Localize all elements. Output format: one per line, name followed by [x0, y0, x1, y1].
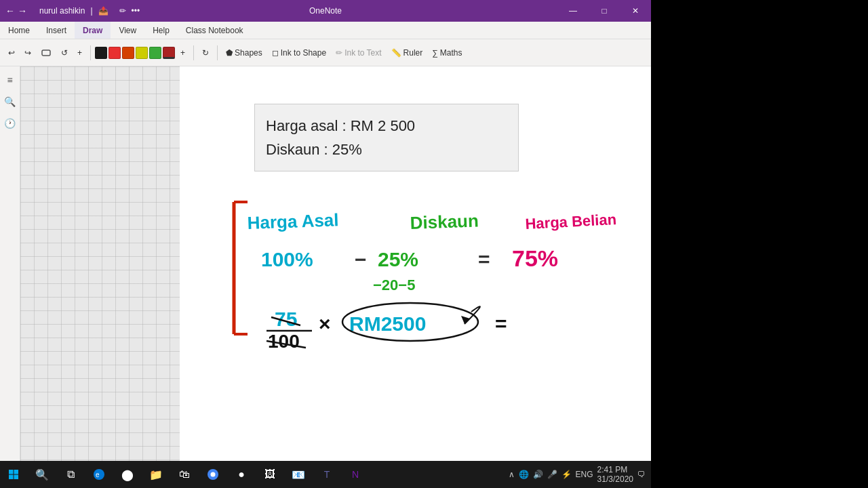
left-panel: [20, 66, 180, 461]
lang-label: ENG: [576, 470, 593, 479]
search-taskbar[interactable]: 🔍: [28, 461, 56, 488]
svg-text:=: =: [495, 312, 507, 335]
color-red[interactable]: [108, 47, 121, 59]
color-orange[interactable]: [122, 47, 134, 59]
svg-text:Harga Belian: Harga Belian: [525, 211, 617, 232]
svg-text:100: 100: [268, 331, 300, 352]
more-options-icon[interactable]: •••: [132, 6, 140, 16]
undo-button[interactable]: ↩: [4, 43, 19, 62]
cortana-icon[interactable]: ⬤: [114, 461, 141, 488]
maths-button[interactable]: ∑ Maths: [428, 43, 466, 62]
network-icon[interactable]: 🌐: [519, 470, 529, 479]
ink-to-text-label: Ink to Text: [344, 48, 381, 58]
menu-home[interactable]: Home: [0, 22, 38, 39]
shapes-button[interactable]: ⬟ Shapes: [222, 43, 267, 62]
battery-icon[interactable]: ⚡: [561, 470, 572, 479]
add-pen-button[interactable]: +: [176, 43, 189, 62]
system-tray: ∧ 🌐 🔊 🎤 ⚡ ENG 2:41 PM 31/3/2020 🗨: [509, 465, 651, 484]
svg-text:100%: 100%: [261, 248, 313, 270]
color-group: [95, 47, 175, 59]
sidebar: ≡ 🔍 🕐: [0, 66, 20, 461]
menu-class-notebook[interactable]: Class Notebook: [178, 22, 252, 39]
menu-view[interactable]: View: [111, 22, 144, 39]
svg-rect-24: [9, 470, 14, 474]
add-button[interactable]: +: [73, 43, 86, 62]
ruler-label: Ruler: [403, 48, 423, 58]
task-view-button[interactable]: ⧉: [57, 461, 84, 488]
note-line2: Diskaun : 25%: [266, 138, 507, 161]
shapes-icon: ⬟: [226, 48, 233, 58]
start-button[interactable]: [0, 461, 27, 488]
ink-text-icon: ✏: [336, 48, 342, 58]
svg-marker-22: [461, 316, 470, 324]
cortana2-icon[interactable]: ●: [228, 461, 255, 488]
file-explorer-icon[interactable]: 📁: [142, 461, 170, 488]
photos-icon[interactable]: 🖼: [256, 461, 283, 488]
app-title: OneNote: [309, 6, 342, 16]
color-black[interactable]: [95, 47, 107, 59]
sidebar-history-icon[interactable]: 🕐: [2, 115, 18, 131]
notification-icon[interactable]: 🗨: [637, 470, 646, 479]
window-controls[interactable]: — □ ✕: [557, 0, 651, 22]
ink-to-text-button[interactable]: ✏ Ink to Text: [332, 43, 385, 62]
svg-rect-26: [9, 475, 14, 480]
svg-text:75: 75: [275, 308, 297, 330]
note-card: Harga asal : RM 2 500 Diskaun : 25%: [254, 104, 519, 171]
menu-draw[interactable]: Draw: [75, 22, 111, 39]
sidebar-search-icon[interactable]: 🔍: [2, 94, 18, 110]
ruler-button[interactable]: 📏 Ruler: [387, 43, 427, 62]
username: nurul ashikin: [39, 6, 85, 16]
email-icon[interactable]: 📧: [285, 461, 312, 488]
redo-button[interactable]: ↪: [20, 43, 35, 62]
menu-help[interactable]: Help: [144, 22, 178, 39]
clock: 2:41 PM 31/3/2020: [597, 465, 633, 484]
titlebar: ← → OneNote nurul ashikin | 📤 ✏ ••• — □ …: [0, 0, 651, 22]
sep1: [90, 45, 91, 60]
chevron-up-icon[interactable]: ∧: [509, 470, 515, 479]
teams-icon[interactable]: T: [313, 461, 340, 488]
mic-icon[interactable]: 🎤: [547, 470, 557, 479]
ink-shape-icon: ◻: [272, 48, 279, 58]
menu-insert[interactable]: Insert: [38, 22, 75, 39]
svg-text:−20−5: −20−5: [373, 277, 415, 293]
store-icon[interactable]: 🛍: [171, 461, 198, 488]
rotate-button[interactable]: ↺: [57, 43, 72, 62]
svg-text:−: −: [355, 248, 367, 270]
svg-rect-27: [14, 475, 19, 480]
back-button[interactable]: ←: [5, 5, 15, 16]
svg-point-31: [211, 472, 216, 477]
toolbar: ↩ ↪ ↺ + + ↻ ⬟ Shapes ◻ Ink to Shape ✏ In…: [0, 39, 651, 66]
date-label: 31/3/2020: [597, 474, 633, 484]
volume-icon[interactable]: 🔊: [533, 470, 543, 479]
forward-button[interactable]: →: [18, 5, 27, 16]
svg-text:Harga Asal: Harga Asal: [247, 209, 339, 233]
sidebar-pages-icon[interactable]: ≡: [2, 72, 18, 88]
close-button[interactable]: ✕: [620, 0, 651, 22]
black-right-panel: [651, 0, 868, 488]
share-icon[interactable]: 📤: [98, 6, 108, 16]
onenote-taskbar-icon[interactable]: N: [342, 461, 369, 488]
svg-point-21: [342, 303, 478, 341]
color-yellow[interactable]: [136, 47, 148, 59]
sep2: [193, 45, 194, 60]
taskbar: 🔍 ⧉ e ⬤ 📁 🛍 ● 🖼 📧 T N ∧ 🌐 🔊 🎤 ⚡ ENG 2:41…: [0, 461, 651, 488]
svg-text:75%: 75%: [512, 245, 558, 271]
svg-line-15: [271, 317, 300, 325]
restore-button[interactable]: □: [589, 0, 620, 22]
nav-arrows[interactable]: ← →: [0, 5, 33, 16]
color-green[interactable]: [149, 47, 161, 59]
rotate2-button[interactable]: ↻: [198, 43, 213, 62]
maths-label: Maths: [440, 48, 462, 58]
edge-icon[interactable]: e: [85, 461, 113, 488]
svg-line-18: [267, 341, 306, 348]
chrome-icon[interactable]: [199, 461, 226, 488]
time-label: 2:41 PM: [597, 465, 628, 474]
svg-rect-25: [14, 470, 19, 474]
edit-icon[interactable]: ✏: [119, 6, 126, 16]
color-selected[interactable]: [163, 47, 175, 59]
note-line1: Harga asal : RM 2 500: [266, 114, 507, 138]
ruler-icon: 📏: [391, 48, 401, 58]
ink-to-shape-button[interactable]: ◻ Ink to Shape: [268, 43, 330, 62]
minimize-button[interactable]: —: [557, 0, 589, 22]
lasso-button[interactable]: [37, 43, 56, 62]
